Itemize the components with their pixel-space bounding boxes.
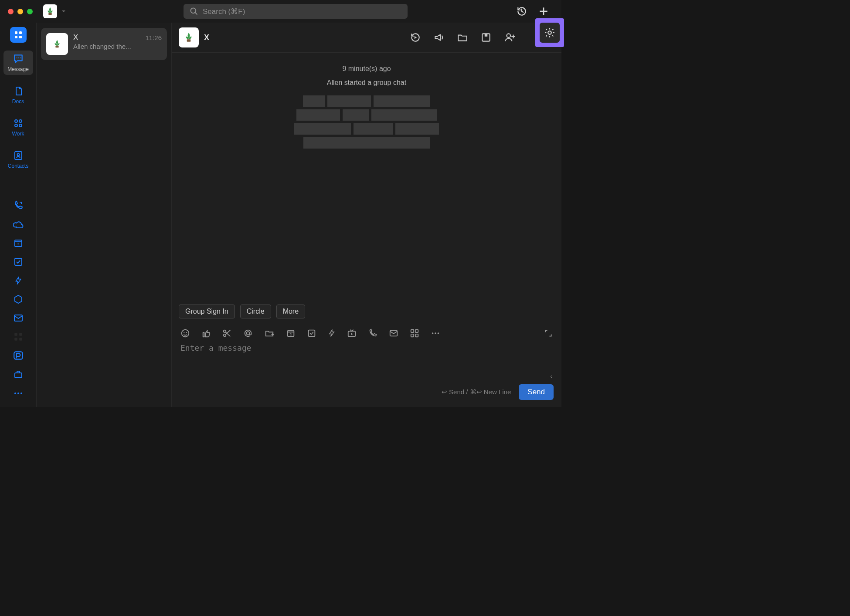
svg-rect-28 <box>15 373 22 378</box>
expand-icon[interactable] <box>544 329 553 338</box>
svg-rect-21 <box>15 258 22 265</box>
window-close[interactable] <box>8 9 14 14</box>
bolt-small-icon[interactable] <box>328 328 336 338</box>
emoji-icon[interactable] <box>180 328 190 338</box>
svg-rect-23 <box>14 333 17 336</box>
titlebar: Search (⌘F) <box>0 0 561 23</box>
call-icon[interactable] <box>13 200 24 211</box>
svg-rect-59 <box>415 334 418 337</box>
sidebar-item-label: Message <box>7 66 29 72</box>
apps-small-icon[interactable] <box>410 328 419 338</box>
quick-action-chips: Group Sign In Circle More <box>172 300 561 318</box>
plant-icon <box>45 7 55 16</box>
svg-rect-25 <box>14 338 17 341</box>
more-tools-icon[interactable] <box>431 332 440 335</box>
conversation-time: 11:26 <box>145 34 162 41</box>
svg-point-10 <box>18 58 19 58</box>
svg-point-62 <box>438 332 439 334</box>
plus-icon[interactable] <box>538 6 549 17</box>
sidebar-item-contacts[interactable]: Contacts <box>3 147 33 172</box>
conversation-name: X <box>73 33 78 42</box>
chip-group-signin[interactable]: Group Sign In <box>179 305 235 318</box>
sidebar-item-label: Docs <box>12 98 24 105</box>
checkbox-icon[interactable] <box>13 256 24 267</box>
pin-icon[interactable] <box>480 32 492 43</box>
sidebar-item-label: Contacts <box>8 163 28 169</box>
message-icon <box>13 53 24 64</box>
folder-icon[interactable] <box>457 32 468 43</box>
window-controls <box>8 9 33 14</box>
svg-point-36 <box>507 34 510 37</box>
svg-rect-8 <box>19 36 22 38</box>
compose-area <box>172 340 561 380</box>
chat-title: X <box>204 33 209 42</box>
mention-icon[interactable] <box>243 328 253 338</box>
tv-icon[interactable] <box>347 328 357 338</box>
sidebar-item-docs[interactable]: Docs <box>3 83 33 107</box>
window-minimize[interactable] <box>17 9 23 14</box>
phone-icon[interactable] <box>368 328 377 338</box>
add-user-icon[interactable] <box>504 32 516 43</box>
history-icon[interactable] <box>516 6 527 17</box>
message-input[interactable] <box>180 343 553 378</box>
ding-icon[interactable] <box>13 350 24 361</box>
folder-plus-icon[interactable] <box>264 328 275 338</box>
svg-point-39 <box>548 31 551 34</box>
thumbsup-icon[interactable] <box>201 328 211 338</box>
compose-footer: ↩ Send / ⌘↩ New Line Send <box>172 380 561 407</box>
mail-icon[interactable] <box>13 312 24 323</box>
settings-button[interactable] <box>540 23 560 43</box>
search-bar[interactable]: Search (⌘F) <box>184 4 408 19</box>
svg-rect-0 <box>48 13 51 15</box>
window-maximize[interactable] <box>27 9 33 14</box>
svg-rect-5 <box>15 31 17 34</box>
svg-point-17 <box>17 154 19 156</box>
megaphone-icon[interactable] <box>433 32 445 43</box>
plant-icon <box>52 39 62 49</box>
chip-circle[interactable]: Circle <box>240 305 271 318</box>
chip-label: Group Sign In <box>185 308 228 315</box>
conversation-preview: Allen changed the… <box>73 43 162 50</box>
conversation-item[interactable]: X 11:26 Allen changed the… <box>41 28 167 60</box>
calendar-icon[interactable]: 3 <box>13 237 24 248</box>
svg-point-61 <box>435 332 436 334</box>
sidebar-item-work[interactable]: Work <box>3 115 33 139</box>
settings-highlight <box>535 18 564 47</box>
chat-body: 9 minute(s) ago Allen started a group ch… <box>172 52 561 300</box>
task-icon[interactable] <box>307 328 316 338</box>
chip-more[interactable]: More <box>276 305 305 318</box>
redacted-content <box>294 95 439 149</box>
calendar-small-icon[interactable]: 3 <box>286 328 296 338</box>
chat-avatar[interactable] <box>179 27 199 47</box>
bolt-icon[interactable] <box>13 275 24 286</box>
briefcase-icon[interactable] <box>13 369 24 380</box>
svg-rect-53 <box>309 330 315 337</box>
svg-point-47 <box>246 332 249 335</box>
svg-point-30 <box>17 393 19 394</box>
sidebar-item-label: Work <box>12 131 24 137</box>
cloud-icon[interactable] <box>13 219 24 230</box>
more-icon[interactable] <box>13 388 24 399</box>
replay-icon[interactable] <box>410 32 421 43</box>
svg-rect-6 <box>19 31 22 34</box>
app-dropdown-icon[interactable] <box>61 9 66 14</box>
apps-grid-button[interactable] <box>10 27 27 43</box>
dim-grid-icon[interactable] <box>13 331 24 342</box>
mail-small-icon[interactable] <box>389 328 398 338</box>
chat-pane: X <box>172 23 561 407</box>
conversation-avatar <box>46 33 68 55</box>
send-button[interactable]: Send <box>519 384 554 400</box>
svg-rect-58 <box>411 334 414 337</box>
app-avatar[interactable] <box>43 4 57 18</box>
svg-rect-24 <box>19 333 22 336</box>
svg-text:3: 3 <box>290 332 292 336</box>
svg-point-13 <box>19 120 22 122</box>
sidebar-item-message[interactable]: Message <box>3 51 33 75</box>
svg-point-11 <box>20 58 21 58</box>
hexagon-icon[interactable] <box>13 294 24 305</box>
scissors-icon[interactable] <box>222 328 232 338</box>
send-button-label: Send <box>527 388 545 396</box>
svg-rect-57 <box>415 330 418 332</box>
svg-text:3: 3 <box>17 242 19 246</box>
conversation-list: X 11:26 Allen changed the… <box>37 23 172 407</box>
